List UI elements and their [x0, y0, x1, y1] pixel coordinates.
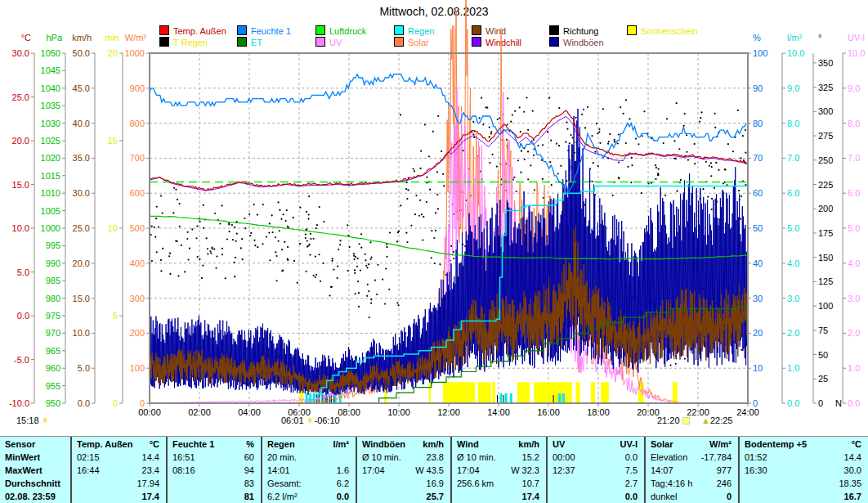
series-richtung-dot [207, 253, 208, 254]
stat-column-windb-en: Windböenkm/hØ 10 min.23.817:04W 43.516.9… [356, 437, 450, 503]
series-richtung-dot [338, 249, 339, 250]
series-richtung-dot [215, 267, 217, 269]
stat-row: 00:000.0 [548, 451, 644, 464]
axis-tick-label-min: 0 [113, 398, 118, 408]
series-richtung-dot [533, 148, 535, 150]
series-richtung-dot [216, 255, 217, 257]
series-richtung-dot [177, 275, 179, 276]
axis-tick-label-deg: 50 [818, 350, 828, 360]
series-richtung-dot [347, 270, 348, 272]
series-richtung-dot [287, 246, 289, 248]
series-richtung-dot [353, 258, 355, 260]
stat-value: 30.0 [844, 464, 861, 477]
series-richtung-dot [262, 204, 264, 205]
series-richtung-dot [715, 162, 717, 164]
series-richtung-dot [151, 260, 153, 262]
stat-value: 246 [717, 477, 732, 490]
series-richtung-dot [162, 212, 163, 213]
series-richtung-dot [306, 271, 307, 272]
series-richtung-dot [241, 238, 243, 240]
sunset-time: 22:25 [710, 415, 733, 425]
axis-tick-label-kmh: 40.0 [73, 119, 90, 128]
axis-tick-label-lm2: 8.0 [787, 119, 799, 128]
series-richtung-dot [745, 184, 746, 186]
stat-row: dunkel0 [646, 490, 738, 503]
axis-tick-label-deg: 250 [818, 155, 833, 165]
series-richtung-dot [278, 240, 280, 242]
stat-value: 0 [727, 490, 732, 503]
time-tick-label: 04:00 [238, 407, 261, 417]
series-richtung-dot [435, 230, 436, 231]
series-richtung-dot [453, 258, 454, 259]
stat-label: 00:00 [553, 451, 575, 464]
series-richtung-dot [234, 276, 235, 277]
stat-row: 17.94 [72, 477, 166, 490]
stat-value: 23.8 [427, 451, 444, 464]
series-richtung-dot [542, 144, 544, 146]
stat-value: 81 [244, 490, 254, 503]
series-richtung-dot [309, 254, 311, 255]
axis-tick-label-kmh: 35.0 [73, 153, 90, 163]
series-richtung-dot [187, 231, 189, 233]
series-richtung-dot [196, 225, 198, 227]
stat-row: Ø 10 min.15.2 [452, 451, 546, 464]
stat-label: 16:51 [172, 451, 195, 464]
series-richtung-dot [405, 232, 407, 234]
series-richtung-dot [709, 165, 710, 167]
stat-value: -17.784 [701, 451, 732, 464]
series-richtung-dot [472, 121, 474, 123]
axis-tick-label-wm2: 200 [130, 328, 145, 338]
series-richtung-dot [705, 161, 707, 163]
series-richtung-dot [482, 124, 484, 125]
series-richtung-dot [566, 121, 567, 123]
series-richtung-dot [203, 204, 204, 206]
series-richtung-dot [521, 150, 522, 152]
series-richtung-dot [240, 247, 242, 249]
axis-tick-label-uvi: 4.0 [848, 258, 860, 268]
series-richtung-dot [339, 240, 341, 241]
stat-row: 18.35 [740, 477, 868, 490]
series-richtung-dot [507, 97, 508, 99]
stat-value: % [246, 437, 254, 451]
series-richtung-dot [293, 260, 295, 262]
series-richtung-dot [657, 173, 659, 174]
stat-label: UV [553, 437, 565, 451]
series-richtung-dot [489, 162, 490, 164]
series-richtung-dot [591, 181, 593, 182]
sunshine-end-annotation: 21:20 [657, 415, 690, 425]
series-richtung-dot [629, 118, 630, 119]
series-richtung-dot [740, 195, 742, 197]
series-richtung-dot [299, 243, 301, 245]
axis-tick-label-deg: 0 [818, 398, 823, 408]
series-richtung-dot [207, 248, 208, 249]
series-richtung-dot [287, 226, 289, 227]
axis-tick-label-uvi: 8.0 [848, 119, 860, 128]
series-richtung-dot [537, 145, 539, 146]
axis-tick-label-temp: 20.0 [12, 136, 29, 146]
series-richtung-dot [415, 195, 417, 196]
series-richtung-dot [520, 172, 521, 173]
stat-column-regen: Regenl/m²20 min.14:011.6Gesamt:6.26.2 l/… [261, 437, 356, 503]
series-richtung-dot [214, 213, 216, 214]
series-richtung-dot [305, 233, 306, 235]
series-richtung-dot [683, 125, 685, 127]
axis-tick-label-uvi: 2.0 [848, 328, 860, 338]
series-richtung-dot [602, 108, 604, 110]
axis-tick-label-pct: 20 [753, 328, 763, 338]
axis-tick-label-temp: 15.0 [12, 180, 29, 190]
axis-tick-label-hpa: 1015 [41, 171, 60, 181]
series-richtung-dot [308, 195, 310, 197]
series-richtung-dot [714, 187, 715, 189]
axis-tick-label-lm2: 4.0 [787, 258, 799, 268]
series-richtung-dot [315, 274, 317, 276]
series-richtung-dot [740, 218, 741, 220]
series-richtung-dot [360, 269, 361, 271]
series-richtung-dot [357, 281, 359, 282]
axis-tick-label-hpa: 1035 [41, 101, 60, 110]
stat-row: 0.0 [548, 490, 644, 503]
series-richtung-dot [385, 267, 387, 269]
stat-row: 17.4 [72, 490, 166, 503]
series-sonnenschein [492, 382, 495, 403]
stat-value: 23.4 [142, 464, 159, 477]
stat-value: 17.4 [522, 490, 539, 503]
